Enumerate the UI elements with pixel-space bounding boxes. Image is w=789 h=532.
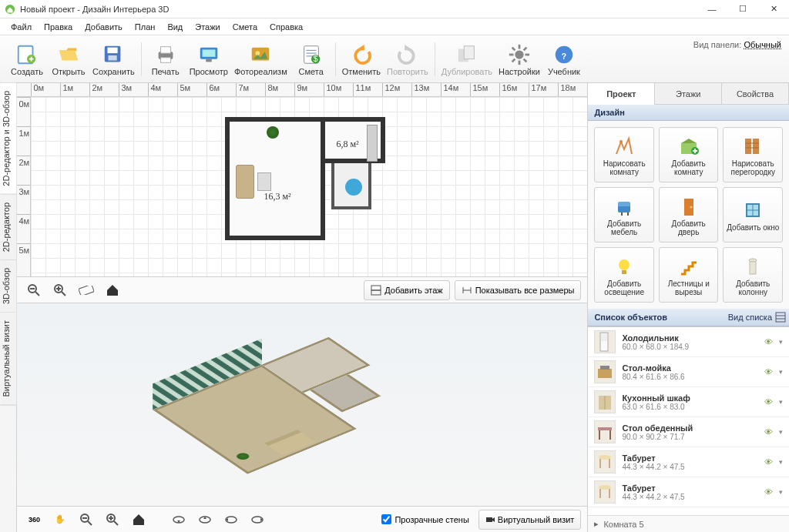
transparent-walls-checkbox[interactable]: Прозрачные стены: [377, 514, 473, 524]
design-tool-3[interactable]: Добавить мебель: [594, 187, 654, 243]
object-item-3[interactable]: Стол обеденный90.0 × 90.2 × 71.7👁▾: [588, 417, 789, 447]
design-tool-7[interactable]: Лестницы и вырезы: [659, 247, 719, 303]
svg-line-47: [88, 521, 92, 525]
plan-2d-view[interactable]: 0м1м2м3м4м5м6м7м8м9м10м11м12м13м14м15м16…: [17, 83, 587, 277]
design-tool-icon: [742, 197, 764, 223]
vtab-3d[interactable]: 3D-обзор: [0, 260, 16, 313]
toolbar-photoreal-button[interactable]: Фотореализм: [231, 38, 290, 80]
expand-icon[interactable]: ▾: [779, 488, 783, 496]
zoom-out-button[interactable]: [23, 280, 45, 300]
expand-icon[interactable]: ▾: [779, 428, 783, 436]
room-bath[interactable]: [331, 163, 371, 209]
toilet-icon[interactable]: [345, 179, 362, 196]
list-view-icon[interactable]: [775, 312, 786, 323]
panel-view-link[interactable]: Обычный: [744, 40, 781, 49]
visibility-icon[interactable]: 👁: [764, 337, 773, 346]
menu-help[interactable]: Справка: [265, 21, 307, 33]
object-item-2[interactable]: Кухонный шкаф63.0 × 61.6 × 83.0👁▾: [588, 387, 789, 417]
toolbar-save-button[interactable]: Сохранить: [89, 38, 138, 80]
toolbar-open-button[interactable]: Открыть: [48, 38, 89, 80]
pan-button[interactable]: ✋: [49, 510, 71, 530]
design-tool-8[interactable]: Добавить колонну: [723, 247, 783, 303]
plant-icon: [267, 126, 279, 139]
svg-text:$: $: [313, 55, 317, 63]
design-tool-6[interactable]: Добавить освещение: [594, 247, 654, 303]
home-3d-button[interactable]: [128, 510, 149, 530]
home-button[interactable]: [102, 280, 123, 300]
menu-edit[interactable]: Правка: [39, 21, 77, 33]
room-kitchen[interactable]: 6,8 м²: [325, 117, 385, 163]
object-item-5[interactable]: Табурет44.3 × 44.2 × 47.5👁▾: [588, 477, 789, 507]
add-floor-icon: [371, 285, 381, 296]
menu-floors[interactable]: Этажи: [190, 21, 224, 33]
object-item-0[interactable]: Холодильник60.0 × 68.0 × 184.9👁▾: [588, 327, 789, 357]
svg-rect-8: [160, 57, 170, 62]
add-floor-button[interactable]: Добавить этаж: [364, 280, 449, 300]
menu-plan[interactable]: План: [130, 21, 160, 33]
show-dimensions-button[interactable]: Показывать все размеры: [455, 280, 582, 300]
design-tool-4[interactable]: Добавить дверь: [659, 187, 719, 243]
rotate-360-button[interactable]: 360: [23, 510, 45, 530]
toolbar-help-button[interactable]: ?Учебник: [543, 38, 585, 80]
virtual-visit-button[interactable]: Виртуальный визит: [478, 510, 582, 530]
minimize-button[interactable]: —: [697, 0, 727, 18]
sofa-3d-icon[interactable]: [269, 432, 316, 455]
room-living[interactable]: 16,3 м²: [225, 117, 325, 240]
zoom-in-3d-button[interactable]: [102, 510, 123, 530]
plan-2d-toolbar: Добавить этаж Показывать все размеры: [17, 277, 587, 303]
svg-rect-57: [486, 517, 492, 522]
view-3d[interactable]: [17, 303, 587, 506]
svg-line-37: [62, 292, 65, 296]
rtab-floors[interactable]: Этажи: [655, 83, 722, 104]
design-tool-1[interactable]: Добавить комнату: [659, 127, 719, 182]
kitchen-counter-icon[interactable]: [367, 125, 378, 162]
expand-icon[interactable]: ▾: [779, 338, 783, 346]
right-tabs: Проект Этажи Свойства: [588, 83, 789, 105]
sofa-icon[interactable]: [236, 165, 254, 199]
help-icon: ?: [552, 42, 576, 67]
vtab-virtual[interactable]: Виртуальный визит: [0, 313, 16, 406]
toolbar-estimate-button[interactable]: $Смета: [290, 38, 332, 80]
toolbar-preview-button[interactable]: Просмотр: [186, 38, 231, 80]
zoom-in-button[interactable]: [49, 280, 71, 300]
rtab-project[interactable]: Проект: [588, 83, 655, 105]
toolbar-print-button[interactable]: Печать: [145, 38, 186, 80]
visibility-icon[interactable]: 👁: [764, 457, 773, 467]
zoom-out-3d-button[interactable]: [76, 510, 97, 530]
expand-icon[interactable]: ▾: [779, 398, 783, 406]
vtab-2d[interactable]: 2D-редактор: [0, 195, 16, 260]
footer-room-row[interactable]: ▸Комната 5: [588, 515, 789, 532]
svg-rect-42: [371, 286, 381, 290]
table-icon[interactable]: [257, 172, 271, 191]
maximize-button[interactable]: ☐: [727, 0, 758, 18]
orbit-left-button[interactable]: [220, 510, 242, 530]
tilt-up-button[interactable]: [194, 510, 216, 530]
vtab-2d-3d[interactable]: 2D-редактор и 3D-обзор: [0, 83, 16, 195]
visibility-icon[interactable]: 👁: [764, 367, 773, 376]
visibility-icon[interactable]: 👁: [764, 427, 773, 437]
tilt-down-button[interactable]: [168, 510, 190, 530]
visibility-icon[interactable]: 👁: [764, 487, 773, 497]
menu-add[interactable]: Добавить: [80, 21, 127, 33]
toolbar-create-button[interactable]: Создать: [6, 38, 48, 80]
menu-view[interactable]: Вид: [163, 21, 187, 33]
design-tool-5[interactable]: Добавить окно: [723, 187, 783, 243]
toolbar-settings-button[interactable]: Настройки: [495, 38, 543, 80]
menu-file[interactable]: Файл: [6, 21, 36, 33]
object-list[interactable]: Холодильник60.0 × 68.0 × 184.9👁▾Стол-мой…: [588, 326, 789, 515]
close-button[interactable]: ✕: [758, 0, 789, 18]
design-tool-2[interactable]: Нарисовать перегородку: [723, 127, 783, 182]
visibility-icon[interactable]: 👁: [764, 397, 773, 407]
toolbar-undo-button[interactable]: Отменить: [339, 38, 384, 80]
expand-icon[interactable]: ▾: [779, 368, 783, 376]
expand-icon[interactable]: ▾: [779, 458, 783, 466]
menu-estimate[interactable]: Смета: [228, 21, 262, 33]
list-view-label: Вид списка: [728, 313, 772, 322]
design-tool-0[interactable]: Нарисовать комнату: [594, 127, 654, 182]
rtab-properties[interactable]: Свойства: [722, 83, 789, 104]
object-item-1[interactable]: Стол-мойка80.4 × 61.6 × 86.6👁▾: [588, 357, 789, 387]
orbit-right-button[interactable]: [247, 510, 268, 530]
object-item-4[interactable]: Табурет44.3 × 44.2 × 47.5👁▾: [588, 447, 789, 477]
save-icon: [102, 42, 125, 67]
measure-button[interactable]: [76, 280, 97, 300]
